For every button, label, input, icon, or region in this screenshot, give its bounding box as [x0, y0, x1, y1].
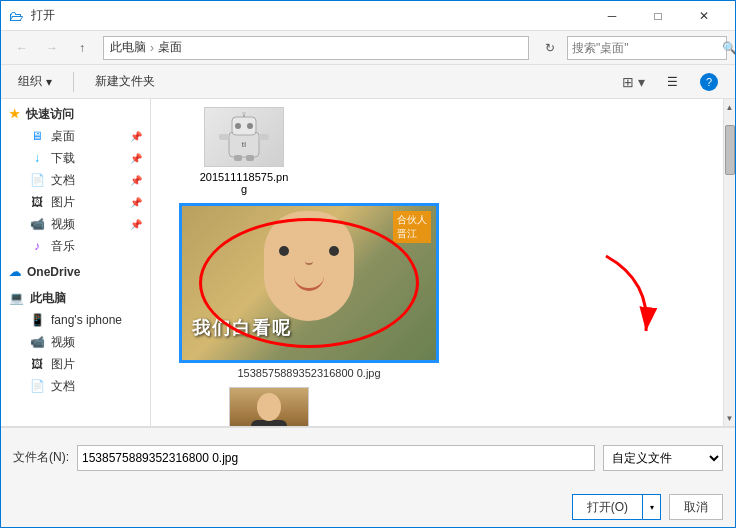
mouth: [294, 276, 324, 291]
breadcrumb-desktop: 桌面: [158, 39, 182, 56]
pc-doc-icon: 📄: [29, 378, 45, 394]
sidebar-item-pc-pictures[interactable]: 🖼 图片: [1, 353, 150, 375]
videos-label: 视频: [51, 216, 75, 233]
search-input[interactable]: [572, 41, 722, 55]
chinese-text: 我们白看呢: [192, 316, 292, 340]
detail-icon: ☰: [667, 75, 678, 89]
new-folder-label: 新建文件夹: [95, 73, 155, 90]
refresh-button[interactable]: ↻: [537, 35, 563, 61]
back-button[interactable]: ←: [9, 35, 35, 61]
detail-button[interactable]: ☰: [658, 69, 687, 95]
svg-rect-8: [259, 134, 269, 140]
title-bar-buttons: ─ □ ✕: [589, 1, 727, 31]
window-icon: 🗁: [9, 8, 25, 24]
sidebar-item-pc-videos[interactable]: 📹 视频: [1, 331, 150, 353]
svg-rect-9: [234, 155, 242, 161]
red-arrow-svg: [591, 251, 661, 341]
child-face: [264, 211, 354, 321]
robot-svg: tI: [214, 112, 274, 162]
filename-input[interactable]: [77, 445, 595, 471]
child-file-name: 1538575889352316800 0.jpg: [179, 367, 439, 379]
sidebar: ★ 快速访问 🖥 桌面 📌 ↓ 下载 📌 📄 文档 📌: [1, 99, 151, 426]
filename-label: 文件名(N):: [13, 449, 69, 466]
svg-point-3: [247, 123, 253, 129]
title-bar: 🗁 打开 ─ □ ✕: [1, 1, 735, 31]
sidebar-item-music[interactable]: ♪ 音乐: [1, 235, 150, 257]
bottom-bar: 文件名(N): 自定义文件: [1, 427, 735, 487]
music-icon: ♪: [29, 238, 45, 254]
onedrive-icon: ☁: [9, 265, 21, 279]
child-photo: 我们白看呢 合伙人晋江: [182, 206, 436, 360]
video-icon: 📹: [29, 216, 45, 232]
sidebar-item-desktop[interactable]: 🖥 桌面 📌: [1, 125, 150, 147]
scrollbar-thumb[interactable]: [725, 125, 735, 175]
quick-access-header[interactable]: ★ 快速访问: [1, 103, 150, 125]
pictures-icon: 🖼: [29, 194, 45, 210]
sidebar-item-iphone[interactable]: 📱 fang's iphone: [1, 309, 150, 331]
window-title: 打开: [31, 7, 589, 24]
organize-label: 组织: [18, 73, 42, 90]
nose: [305, 259, 313, 265]
cancel-button[interactable]: 取消: [669, 494, 723, 520]
robot-file-name: 201511118575.png: [199, 171, 289, 195]
open-dialog-window: 🗁 打开 ─ □ ✕ ← → ↑ 此电脑 › 桌面 ↻ 🔍 组织 ▾: [0, 0, 736, 528]
open-button[interactable]: 打开(O): [572, 494, 643, 520]
onedrive-label: OneDrive: [27, 265, 80, 279]
help-icon: ?: [700, 73, 718, 91]
file-area[interactable]: tI 201511118575.png: [151, 99, 723, 426]
sidebar-item-pictures[interactable]: 🖼 图片 📌: [1, 191, 150, 213]
breadcrumb-separator: ›: [150, 41, 154, 55]
pc-videos-label: 视频: [51, 334, 75, 351]
svg-point-2: [235, 123, 241, 129]
sidebar-item-videos[interactable]: 📹 视频 📌: [1, 213, 150, 235]
quick-access-label: 快速访问: [26, 106, 74, 123]
desktop-icon: 🖥: [29, 128, 45, 144]
help-button[interactable]: ?: [691, 69, 727, 95]
pin-icon-vid: 📌: [130, 219, 142, 230]
right-eye: [329, 246, 339, 256]
right-scrollbar: ▲ ▼: [723, 99, 735, 426]
pin-icon-doc: 📌: [130, 175, 142, 186]
view-icon: ⊞: [622, 74, 634, 90]
quick-access-section: ★ 快速访问 🖥 桌面 📌 ↓ 下载 📌 📄 文档 📌: [1, 103, 150, 257]
pc-pictures-label: 图片: [51, 356, 75, 373]
file-item-person[interactable]: [229, 387, 309, 426]
view-arrow: ▾: [638, 74, 645, 90]
view-button[interactable]: ⊞ ▾: [613, 69, 654, 95]
pin-icon-pic: 📌: [130, 197, 142, 208]
up-button[interactable]: ↑: [69, 35, 95, 61]
minimize-button[interactable]: ─: [589, 1, 635, 31]
open-dropdown[interactable]: ▾: [643, 494, 661, 520]
pin-icon-dl: 📌: [130, 153, 142, 164]
scrollbar-up-button[interactable]: ▲: [724, 99, 735, 115]
organize-button[interactable]: 组织 ▾: [9, 69, 61, 95]
download-label: 下载: [51, 150, 75, 167]
file-item-robot[interactable]: tI 201511118575.png: [199, 107, 289, 195]
this-pc-header[interactable]: 💻 此电脑: [1, 287, 150, 309]
iphone-label: fang's iphone: [51, 313, 122, 327]
desktop-label: 桌面: [51, 128, 75, 145]
forward-button[interactable]: →: [39, 35, 65, 61]
onedrive-header[interactable]: ☁ OneDrive: [1, 261, 150, 283]
maximize-button[interactable]: □: [635, 1, 681, 31]
sidebar-item-pc-documents[interactable]: 📄 文档: [1, 375, 150, 397]
nav-bar: ← → ↑ 此电脑 › 桌面 ↻ 🔍: [1, 31, 735, 65]
documents-label: 文档: [51, 172, 75, 189]
pc-pictures-icon: 🖼: [29, 356, 45, 372]
new-folder-button[interactable]: 新建文件夹: [86, 69, 164, 95]
person-head: [257, 393, 281, 421]
sidebar-item-downloads[interactable]: ↓ 下载 📌: [1, 147, 150, 169]
bottom-section: 文件名(N): 自定义文件 打开(O) ▾ 取消: [1, 426, 735, 527]
filetype-select[interactable]: 自定义文件: [603, 445, 723, 471]
file-item-child[interactable]: 我们白看呢 合伙人晋江 1538575889352316800 0.jpg: [179, 203, 439, 379]
close-button[interactable]: ✕: [681, 1, 727, 31]
breadcrumb[interactable]: 此电脑 › 桌面: [103, 36, 529, 60]
pc-icon: 💻: [9, 291, 24, 305]
search-icon: 🔍: [722, 41, 736, 55]
this-pc-label: 此电脑: [30, 290, 66, 307]
download-icon: ↓: [29, 150, 45, 166]
sidebar-item-documents[interactable]: 📄 文档 📌: [1, 169, 150, 191]
scrollbar-down-button[interactable]: ▼: [724, 410, 735, 426]
face-eyes: [279, 246, 339, 256]
pin-icon: 📌: [130, 131, 142, 142]
